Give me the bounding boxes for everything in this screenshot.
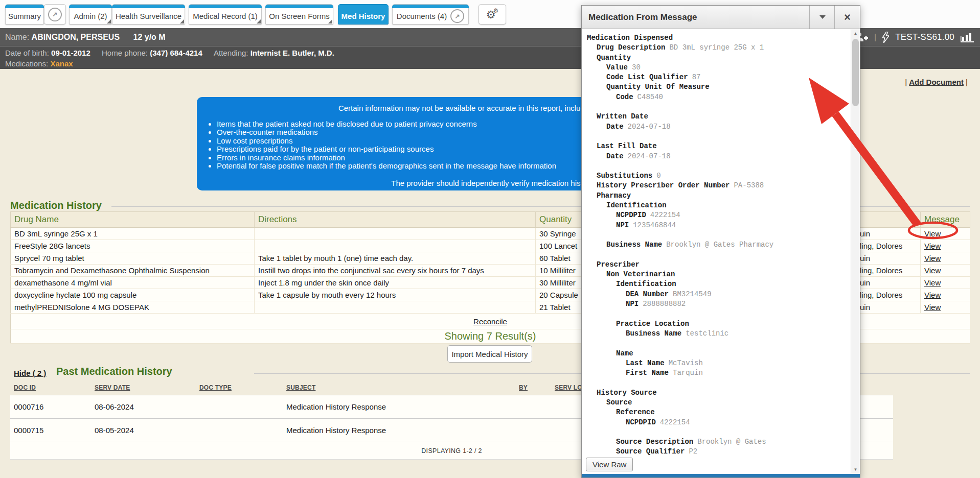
message-line: [587, 339, 847, 348]
drug-name-cell: FreeStyle 28G lancets: [11, 240, 255, 252]
hide-past-history-link[interactable]: Hide ( 2 ): [14, 369, 46, 377]
directions-cell: Inject 1.8 mg under the skin once daily: [255, 277, 536, 289]
message-line: [587, 230, 847, 240]
message-line: [587, 427, 847, 437]
directions-cell: Instill two drops into the conjunctival …: [255, 265, 536, 277]
view-message-link[interactable]: View: [924, 266, 941, 275]
dialog-scrollbar[interactable]: ▲ ▼: [851, 29, 860, 474]
dialog-bottom-strip: [582, 474, 860, 477]
view-message-link[interactable]: View: [924, 242, 941, 250]
message-cell: View: [921, 289, 970, 301]
drug-name-cell: doxycycline hyclate 100 mg capsule: [11, 289, 255, 301]
view-message-link[interactable]: View: [924, 303, 941, 312]
chart-icon[interactable]: [961, 32, 975, 42]
prescriber-cell: ling, Dolores: [858, 240, 921, 252]
tab-on-screen-forms[interactable]: On Screen Forms: [265, 4, 333, 25]
doc-type-cell: [196, 419, 283, 442]
name-label: Name:: [5, 33, 29, 41]
phone-label: Home phone:: [102, 49, 148, 57]
tab-label: Documents (4): [397, 12, 447, 20]
col-directions: Directions: [255, 212, 536, 228]
message-detail-view: Medication Dispensed Drug DescriptionBD …: [582, 29, 860, 474]
tab-med-history[interactable]: Med History: [338, 4, 389, 25]
message-line: NCPDPID4222154: [587, 210, 847, 220]
dialog-header[interactable]: Medication From Message ×: [582, 6, 860, 29]
message-line: Substitutions0: [587, 171, 847, 181]
drug-name-cell: BD 3mL syringe 25G x 1: [11, 228, 255, 240]
message-line: NPI1235468844: [587, 221, 847, 230]
message-line: [587, 132, 847, 141]
add-document-link[interactable]: Add Document: [909, 78, 964, 86]
message-line: Business NameBrooklyn @ Gates Pharmacy: [587, 240, 847, 250]
past-medication-history-title: Past Medication History: [56, 366, 172, 377]
view-message-link[interactable]: View: [924, 291, 941, 299]
message-line: Written Date: [587, 112, 847, 122]
dialog-collapse-button[interactable]: [809, 6, 835, 29]
message-line: Non Veterinarian: [587, 270, 847, 279]
drug-name-cell: Sprycel 70 mg tablet: [11, 252, 255, 265]
arrow-circle-icon[interactable]: ↗: [450, 9, 464, 23]
message-line: [587, 309, 847, 319]
dialog-close-button[interactable]: ×: [834, 6, 860, 29]
view-raw-button[interactable]: View Raw: [586, 458, 633, 471]
message-line: Code List Qualifier87: [587, 73, 847, 82]
tab-label: Med History: [341, 12, 385, 20]
prescriber-cell: uin: [858, 252, 921, 265]
tab-label: On Screen Forms: [269, 12, 329, 20]
phone-value: (347) 684-4214: [150, 49, 202, 57]
message-line: Date2024-07-18: [587, 152, 847, 161]
summary-popout-button[interactable]: ↗: [44, 4, 66, 25]
settings-button[interactable]: ⚙⚙: [478, 4, 506, 25]
doc-id-cell: 0000716: [10, 395, 91, 419]
scrollbar-thumb[interactable]: [852, 39, 859, 106]
divider: |: [905, 78, 907, 86]
drug-name-cell: Tobramycin and Dexamethasone Ophthalmic …: [11, 265, 255, 277]
serv-date-cell: 08-06-2024: [91, 395, 196, 419]
message-cell: View: [921, 301, 970, 314]
view-message-link[interactable]: View: [924, 229, 941, 238]
doc-type-cell: [196, 395, 283, 419]
tab-label: Health Surveillance: [116, 12, 181, 20]
view-message-link[interactable]: View: [924, 278, 941, 287]
attending-label: Attending:: [214, 49, 248, 57]
message-line: Source QualifierP2: [587, 447, 847, 457]
message-line: Name: [587, 349, 847, 358]
tab-summary[interactable]: Summary: [5, 4, 44, 25]
col-subject: SUBJECT: [283, 380, 515, 395]
drug-name-cell: dexamethasone 4 mg/ml vial: [11, 277, 255, 289]
message-cell: View: [921, 240, 970, 252]
reconcile-link[interactable]: Reconcile: [473, 317, 507, 326]
view-message-link[interactable]: View: [924, 254, 941, 262]
scroll-down-icon[interactable]: ▼: [851, 465, 860, 474]
message-line: DEA NumberBM3214549: [587, 290, 847, 299]
message-line: Value30: [587, 63, 847, 73]
message-line: Identification: [587, 201, 847, 210]
message-line: Identification: [587, 279, 847, 289]
message-line: Quantity Unit Of Measure: [587, 82, 847, 92]
message-line: NPI2888888882: [587, 299, 847, 309]
patient-age-sex: 12 y/o M: [133, 33, 166, 41]
message-line: [587, 250, 847, 260]
medications-label: Medications:: [5, 59, 48, 68]
message-line: CodeC48540: [587, 92, 847, 102]
import-medical-history-button[interactable]: Import Medical History: [447, 345, 532, 363]
medications-value[interactable]: Xanax: [50, 59, 73, 68]
message-line: Last NameMcTavish: [587, 358, 847, 368]
message-cell: View: [921, 265, 970, 277]
tab-health-surveillance[interactable]: Health Surveillance: [112, 4, 185, 25]
message-line: [587, 378, 847, 388]
tab-label: Admin (2): [74, 12, 107, 20]
directions-cell: [255, 301, 536, 314]
attending-value: Internist E. Butler, M.D.: [250, 49, 334, 57]
tab-documents[interactable]: Documents (4) ↗: [392, 4, 469, 25]
tab-admin[interactable]: Admin (2): [69, 4, 112, 25]
scroll-up-icon[interactable]: ▲: [851, 29, 860, 38]
dob-value: 09-01-2012: [51, 49, 90, 57]
tab-medical-record[interactable]: Medical Record (1): [189, 4, 262, 25]
divider: |: [874, 33, 876, 42]
col-serv-date: SERV DATE: [91, 380, 196, 395]
lightning-icon[interactable]: [882, 32, 889, 43]
subject-cell: Medication History Response: [283, 419, 515, 442]
col-doc-id: DOC ID: [10, 380, 91, 395]
message-line: [587, 161, 847, 171]
